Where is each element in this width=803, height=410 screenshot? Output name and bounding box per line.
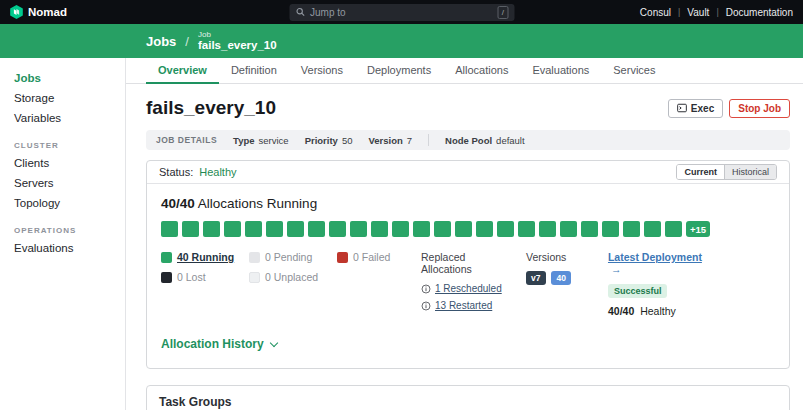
allocation-square[interactable] (203, 221, 220, 237)
sidebar-item-topology[interactable]: Topology (0, 193, 125, 213)
allocation-square[interactable] (182, 221, 199, 237)
allocation-square[interactable] (413, 221, 430, 237)
restarted-link[interactable]: 13 Restarted (435, 300, 492, 311)
running-swatch (161, 252, 172, 263)
breadcrumb-current-job[interactable]: Job fails_every_10 (198, 30, 277, 52)
sidebar: Jobs Storage Variables CLUSTER Clients S… (0, 58, 126, 410)
tab-evaluations[interactable]: Evaluations (520, 58, 601, 84)
allocation-grid: +15 (161, 221, 775, 237)
main-area: Overview Definition Versions Deployments… (126, 58, 803, 410)
current-historical-toggle: Current Historical (676, 164, 777, 180)
allocation-square[interactable] (308, 221, 325, 237)
task-groups-panel: Task Groups Name↓ Count Allocation Statu… (146, 385, 790, 410)
job-detail-type: Type service (233, 135, 289, 146)
shortcut-key-badge: / (498, 6, 508, 19)
exec-button-label: Exec (691, 103, 714, 114)
failed-swatch (337, 252, 348, 263)
allocations-heading: 40/40 Allocations Running (161, 196, 775, 211)
nomad-logo-icon (10, 5, 23, 19)
jump-to-search[interactable]: Jump to / (289, 4, 514, 21)
allocation-square[interactable] (350, 221, 367, 237)
toggle-historical[interactable]: Historical (725, 165, 776, 179)
legend-pending: 0 Pending (249, 251, 337, 263)
allocation-square[interactable] (329, 221, 346, 237)
allocation-square[interactable] (518, 221, 535, 237)
allocation-square[interactable] (665, 221, 682, 237)
sidebar-item-jobs[interactable]: Jobs (0, 68, 125, 88)
tab-overview[interactable]: Overview (146, 58, 219, 84)
latest-deployment-link[interactable]: Latest Deployment (608, 251, 702, 263)
breadcrumb-job-label: Job (198, 30, 277, 39)
exec-button[interactable]: Exec (668, 99, 723, 118)
job-details-strip: JOB DETAILS Type service Priority 50 Ver… (146, 130, 790, 150)
link-separator: | (678, 7, 680, 17)
legend-running: 40 Running (161, 251, 249, 263)
allocation-square[interactable] (581, 221, 598, 237)
allocation-square[interactable] (287, 221, 304, 237)
pending-swatch (249, 252, 260, 263)
breadcrumb-bar: Jobs / Job fails_every_10 (0, 24, 803, 58)
breadcrumb-job-name: fails_every_10 (198, 39, 277, 52)
allocation-square[interactable] (539, 221, 556, 237)
stop-job-button[interactable]: Stop Job (729, 99, 790, 118)
tab-definition[interactable]: Definition (219, 58, 289, 84)
allocation-square[interactable] (497, 221, 514, 237)
version-badge[interactable]: v7 (526, 271, 545, 285)
sidebar-item-evaluations[interactable]: Evaluations (0, 238, 125, 258)
tab-services[interactable]: Services (601, 58, 667, 84)
top-links: Consul | Vault | Documentation (640, 7, 793, 18)
status-label: Status: (159, 166, 193, 178)
allocation-square[interactable] (602, 221, 619, 237)
sidebar-item-clients[interactable]: Clients (0, 153, 125, 173)
tab-deployments[interactable]: Deployments (355, 58, 443, 84)
divider (428, 134, 429, 146)
running-link[interactable]: 40 Running (177, 251, 234, 263)
allocation-square[interactable] (560, 221, 577, 237)
allocation-square[interactable] (224, 221, 241, 237)
search-icon (295, 7, 305, 17)
allocation-square[interactable] (266, 221, 283, 237)
allocation-square[interactable] (455, 221, 472, 237)
job-detail-version: Version 7 (368, 135, 412, 146)
breadcrumb-jobs-link[interactable]: Jobs (146, 34, 176, 49)
status-panel: Status: Healthy Current Historical 40/40… (146, 160, 790, 369)
top-nav-bar: Nomad Jump to / Consul | Vault | Documen… (0, 0, 803, 24)
legend-unplaced: 0 Unplaced (249, 271, 337, 283)
sidebar-item-variables[interactable]: Variables (0, 108, 125, 128)
more-allocations-badge[interactable]: +15 (686, 221, 710, 237)
tab-versions[interactable]: Versions (289, 58, 355, 84)
lost-swatch (161, 272, 172, 283)
allocation-square[interactable] (476, 221, 493, 237)
allocation-square[interactable] (434, 221, 451, 237)
consul-link[interactable]: Consul (640, 7, 671, 18)
allocation-square[interactable] (371, 221, 388, 237)
allocation-square[interactable] (623, 221, 640, 237)
nomad-home-link[interactable]: Nomad (10, 5, 67, 19)
sidebar-item-storage[interactable]: Storage (0, 88, 125, 108)
documentation-link[interactable]: Documentation (726, 7, 793, 18)
sidebar-item-servers[interactable]: Servers (0, 173, 125, 193)
rescheduled-link[interactable]: 1 Rescheduled (435, 283, 502, 294)
allocation-square[interactable] (644, 221, 661, 237)
version-count-badge[interactable]: 40 (551, 271, 570, 285)
legend-lost: 0 Lost (161, 271, 249, 283)
chevron-down-icon (269, 338, 277, 346)
task-groups-title: Task Groups (147, 386, 789, 410)
terminal-icon (677, 103, 687, 113)
toggle-current[interactable]: Current (677, 165, 725, 179)
tab-allocations[interactable]: Allocations (443, 58, 520, 84)
deployment-status-badge: Successful (608, 284, 668, 298)
latest-deployment-section: Latest Deployment → Successful 40/40 Hea… (608, 251, 713, 317)
allocation-legend: 40 Running 0 Pending 0 Failed (161, 251, 407, 317)
allocation-square[interactable] (392, 221, 409, 237)
allocation-square[interactable] (161, 221, 178, 237)
allocation-history-toggle[interactable]: Allocation History (161, 337, 277, 351)
job-detail-node-pool: Node Pool default (445, 135, 525, 146)
job-details-label: JOB DETAILS (156, 135, 217, 145)
info-icon (421, 301, 431, 311)
arrow-right-icon: → (611, 263, 622, 275)
allocation-square[interactable] (245, 221, 262, 237)
versions-section: Versions v7 40 (526, 251, 608, 317)
vault-link[interactable]: Vault (687, 7, 709, 18)
page-title: fails_every_10 (146, 97, 276, 119)
